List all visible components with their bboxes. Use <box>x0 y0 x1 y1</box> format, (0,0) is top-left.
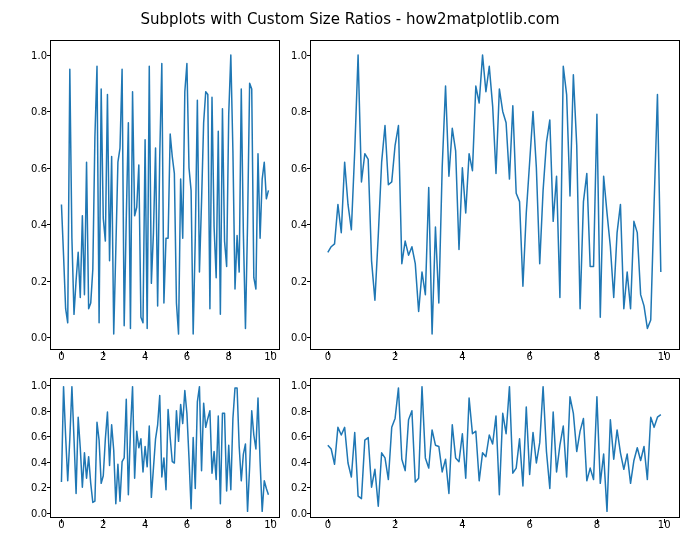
y-tick-mark <box>47 168 51 169</box>
x-tick-label: 0 <box>58 351 64 362</box>
x-tick-label: 0 <box>58 519 64 530</box>
series-line <box>328 55 661 334</box>
y-tick-label: 0.0 <box>291 331 307 342</box>
x-axis-ticks: 0246810 <box>51 519 279 535</box>
figure-suptitle: Subplots with Custom Size Ratios - how2m… <box>0 10 700 28</box>
y-tick-label: 0.8 <box>31 405 47 416</box>
y-tick-mark <box>307 462 311 463</box>
x-axis-ticks: 0246810 <box>311 519 679 535</box>
y-tick-mark <box>307 411 311 412</box>
subplot-bottom-left: 0.00.20.40.60.81.00246810 <box>50 378 280 518</box>
y-axis-ticks: 0.00.20.40.60.81.0 <box>21 379 47 517</box>
x-tick-label: 10 <box>658 519 671 530</box>
x-tick-label: 2 <box>392 519 398 530</box>
y-tick-mark <box>47 337 51 338</box>
y-tick-label: 1.0 <box>31 380 47 391</box>
x-tick-label: 6 <box>526 351 532 362</box>
y-axis-ticks: 0.00.20.40.60.81.0 <box>281 41 307 349</box>
y-tick-label: 0.4 <box>291 219 307 230</box>
x-tick-label: 8 <box>226 519 232 530</box>
y-tick-mark <box>307 436 311 437</box>
y-tick-mark <box>307 111 311 112</box>
y-tick-mark <box>47 385 51 386</box>
line-plot <box>51 41 281 351</box>
figure: Subplots with Custom Size Ratios - how2m… <box>0 0 700 560</box>
y-tick-label: 0.2 <box>291 275 307 286</box>
y-tick-label: 0.2 <box>31 482 47 493</box>
y-tick-label: 0.8 <box>291 106 307 117</box>
y-tick-label: 0.0 <box>31 507 47 518</box>
subplot-top-left: 0.00.20.40.60.81.00246810 <box>50 40 280 350</box>
y-tick-mark <box>307 224 311 225</box>
y-tick-label: 0.4 <box>31 219 47 230</box>
y-tick-label: 0.6 <box>31 162 47 173</box>
y-tick-label: 0.0 <box>31 331 47 342</box>
x-tick-label: 8 <box>594 519 600 530</box>
x-tick-label: 10 <box>264 519 277 530</box>
y-tick-label: 0.2 <box>31 275 47 286</box>
y-tick-mark <box>47 462 51 463</box>
series-line <box>61 55 268 334</box>
x-tick-label: 2 <box>392 351 398 362</box>
y-tick-mark <box>47 436 51 437</box>
x-tick-label: 10 <box>658 351 671 362</box>
x-tick-label: 6 <box>184 519 190 530</box>
y-tick-label: 1.0 <box>31 50 47 61</box>
x-tick-label: 4 <box>459 351 465 362</box>
x-axis-ticks: 0246810 <box>311 351 679 367</box>
y-tick-mark <box>47 111 51 112</box>
y-tick-mark <box>307 487 311 488</box>
line-plot <box>51 379 281 519</box>
y-tick-label: 0.0 <box>291 507 307 518</box>
y-tick-mark <box>47 487 51 488</box>
x-tick-label: 0 <box>325 519 331 530</box>
x-tick-label: 6 <box>526 519 532 530</box>
y-tick-mark <box>47 55 51 56</box>
series-line <box>328 387 661 512</box>
line-plot <box>311 41 681 351</box>
y-tick-label: 0.4 <box>291 456 307 467</box>
series-line <box>61 387 268 512</box>
y-tick-mark <box>307 55 311 56</box>
y-tick-mark <box>307 385 311 386</box>
y-tick-mark <box>307 513 311 514</box>
y-tick-mark <box>47 281 51 282</box>
x-tick-label: 8 <box>594 351 600 362</box>
y-tick-label: 0.6 <box>291 162 307 173</box>
x-tick-label: 10 <box>264 351 277 362</box>
subplot-bottom-right: 0.00.20.40.60.81.00246810 <box>310 378 680 518</box>
y-tick-mark <box>47 411 51 412</box>
y-tick-mark <box>47 224 51 225</box>
line-plot <box>311 379 681 519</box>
subplot-top-right: 0.00.20.40.60.81.00246810 <box>310 40 680 350</box>
y-tick-label: 1.0 <box>291 380 307 391</box>
x-tick-label: 4 <box>142 519 148 530</box>
y-tick-label: 0.2 <box>291 482 307 493</box>
x-tick-label: 0 <box>325 351 331 362</box>
y-tick-label: 0.4 <box>31 456 47 467</box>
y-tick-label: 0.8 <box>291 405 307 416</box>
x-tick-label: 2 <box>100 519 106 530</box>
y-tick-mark <box>307 168 311 169</box>
y-tick-label: 0.6 <box>31 431 47 442</box>
y-tick-label: 0.6 <box>291 431 307 442</box>
y-tick-mark <box>307 281 311 282</box>
y-axis-ticks: 0.00.20.40.60.81.0 <box>281 379 307 517</box>
x-tick-label: 8 <box>226 351 232 362</box>
y-tick-mark <box>307 337 311 338</box>
y-tick-label: 0.8 <box>31 106 47 117</box>
x-tick-label: 2 <box>100 351 106 362</box>
x-tick-label: 4 <box>142 351 148 362</box>
y-tick-mark <box>47 513 51 514</box>
y-axis-ticks: 0.00.20.40.60.81.0 <box>21 41 47 349</box>
x-tick-label: 4 <box>459 519 465 530</box>
x-tick-label: 6 <box>184 351 190 362</box>
x-axis-ticks: 0246810 <box>51 351 279 367</box>
y-tick-label: 1.0 <box>291 50 307 61</box>
